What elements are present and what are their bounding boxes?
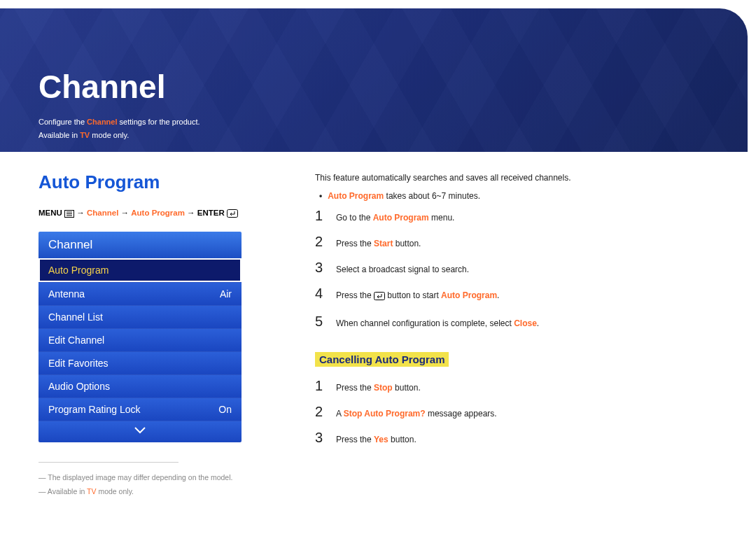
menu-item-value: Air (220, 288, 232, 300)
step: 1Go to the Auto Program menu. (315, 208, 718, 224)
step: 1Press the Stop button. (315, 378, 718, 394)
menu-icon (64, 210, 74, 219)
bullet-dot: • (319, 191, 322, 201)
banner-subtitle: Configure the Channel settings for the p… (38, 115, 748, 141)
highlight: TV (80, 131, 90, 139)
enter-label: ENTER (197, 209, 225, 217)
menu-item[interactable]: Program Rating LockOn (38, 398, 241, 421)
text: takes about 6~7 minutes. (384, 191, 480, 201)
svg-rect-4 (227, 210, 238, 218)
menu-item-label: Antenna (48, 288, 85, 300)
text: mode only. (90, 131, 129, 139)
step: 2A Stop Auto Program? message appears. (315, 404, 718, 420)
bullet-note: • Auto Program takes about 6~7 minutes. (319, 191, 718, 201)
tv-menu: Channel Auto ProgramAntennaAirChannel Li… (38, 232, 241, 442)
highlight: TV (87, 487, 96, 496)
menu-item-value: On (218, 404, 232, 415)
step-text: Select a broadcast signal to search. (336, 264, 718, 276)
menu-header: Channel (38, 232, 241, 258)
menu-item-label: Program Rating Lock (48, 404, 141, 415)
right-column: This feature automatically searches and … (315, 171, 718, 499)
menu-item-label: Auto Program (48, 265, 108, 276)
left-column: Auto Program MENU → Channel → Auto Progr… (38, 171, 273, 499)
text: mode only. (97, 487, 134, 496)
step-number: 2 (315, 234, 326, 250)
menu-label: MENU (38, 209, 62, 217)
menu-item-label: Channel List (48, 311, 103, 323)
step: 5When channel configuration is complete,… (315, 314, 718, 330)
step-text: A Stop Auto Program? message appears. (336, 408, 718, 420)
nav-segment: Channel (87, 209, 118, 217)
arrow: → (76, 209, 87, 217)
intro-text: This feature automatically searches and … (315, 171, 718, 184)
highlight: Auto Program (328, 191, 384, 201)
step-number: 4 (315, 286, 326, 302)
step: 3Press the Yes button. (315, 430, 718, 446)
enter-icon (227, 209, 238, 219)
step: 2Press the Start button. (315, 234, 718, 250)
step-number: 2 (315, 404, 326, 420)
nav-segment: Auto Program (131, 209, 185, 217)
step-text: Press the button to start Auto Program. (336, 290, 718, 304)
enter-icon (374, 292, 385, 304)
text: settings for the product. (118, 118, 200, 126)
menu-item[interactable]: Audio Options (38, 374, 241, 398)
step-number: 1 (315, 208, 326, 224)
footnote: ― The displayed image may differ dependi… (38, 471, 273, 499)
menu-item[interactable]: Edit Favorites (38, 351, 241, 374)
step: 4Press the button to start Auto Program. (315, 286, 718, 304)
arrow: → (185, 209, 197, 217)
highlight: Channel (87, 118, 117, 126)
svg-rect-5 (374, 293, 385, 300)
step-text: Press the Start button. (336, 238, 718, 250)
chevron-down-icon (133, 425, 147, 435)
step: 3Select a broadcast signal to search. (315, 260, 718, 276)
menu-item[interactable]: Auto Program (38, 258, 241, 282)
bullet-text: Auto Program takes about 6~7 minutes. (328, 191, 480, 201)
subheading: Cancelling Auto Program (315, 352, 449, 367)
arrow: → (118, 209, 131, 217)
step-number: 5 (315, 314, 326, 330)
menu-item[interactable]: Channel List (38, 305, 241, 328)
text: Configure the (38, 118, 87, 126)
page-title: Channel (38, 68, 748, 106)
page-banner: Channel Configure the Channel settings f… (0, 8, 748, 152)
step-text: Press the Yes button. (336, 434, 718, 446)
text: Available in (48, 487, 87, 496)
divider (38, 462, 178, 463)
menu-item[interactable]: Edit Channel (38, 328, 241, 351)
menu-item-label: Edit Channel (48, 335, 104, 346)
menu-scroll-down[interactable] (38, 421, 241, 442)
footnote-text: The displayed image may differ depending… (48, 473, 232, 482)
step-number: 3 (315, 430, 326, 446)
step-number: 3 (315, 260, 326, 276)
steps-list-cancel: 1Press the Stop button.2A Stop Auto Prog… (315, 378, 718, 446)
step-text: Go to the Auto Program menu. (336, 212, 718, 224)
nav-path: MENU → Channel → Auto Program → ENTER (38, 209, 273, 219)
steps-list: 1Go to the Auto Program menu.2Press the … (315, 208, 718, 330)
step-text: When channel configuration is complete, … (336, 318, 718, 330)
step-text: Press the Stop button. (336, 382, 718, 394)
menu-item[interactable]: AntennaAir (38, 282, 241, 305)
step-number: 1 (315, 378, 326, 394)
menu-item-label: Audio Options (48, 381, 110, 392)
section-title: Auto Program (38, 171, 273, 193)
menu-item-label: Edit Favorites (48, 358, 108, 369)
text: Available in (38, 131, 80, 139)
